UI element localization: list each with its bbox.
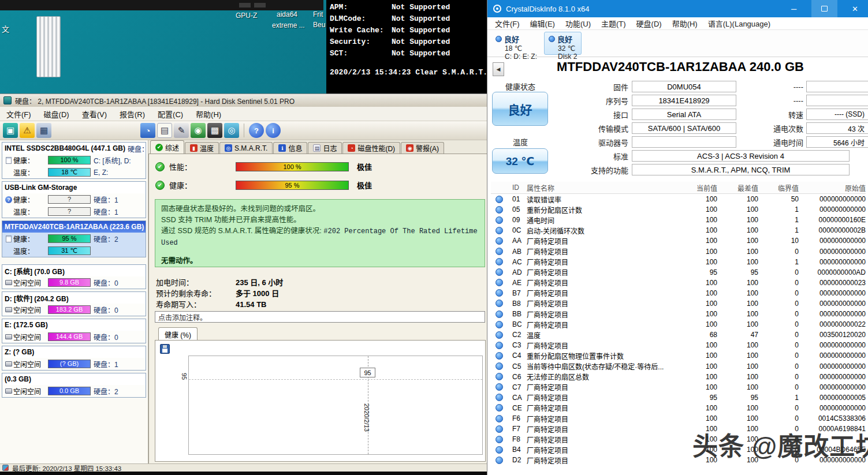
tab[interactable]: ▮ 温度 [185, 142, 219, 154]
report-icon[interactable]: ▤ [157, 123, 172, 138]
web-search-icon[interactable]: ◎ [224, 123, 239, 138]
tab[interactable]: ✔ 综述 [150, 140, 184, 154]
desktop-icon-frit[interactable]: Frit [313, 10, 323, 18]
health-bar: 95 % [236, 181, 349, 190]
menu-item[interactable]: 功能(U) [560, 18, 596, 29]
desktop-icon-beu[interactable]: Beu [313, 21, 325, 29]
lifetime-stats: 加电时间： 235 日, 6 小时 预计的剩余寿命： 多于 1000 日 寿命期… [156, 277, 283, 310]
attribute-status-dot-icon [496, 457, 503, 464]
disk-temp: 18 ℃ [505, 44, 537, 53]
smart-row: AD 厂商特定项目 95 95 0 0000000000AD [491, 267, 866, 278]
partition-item-z[interactable]: Z: (? GB) 空闲空间 (? GB) 硬盘：1 [2, 346, 146, 371]
console-line-value: Not Supported [392, 49, 450, 58]
menu-item[interactable]: 配置(C) [151, 107, 189, 121]
attribute-status-dot-icon [496, 216, 503, 224]
info-field: 通电时间 5646 小时 [742, 135, 868, 149]
desktop-icon-gpu-z[interactable]: GPU-Z [236, 12, 257, 20]
temperature-bar: ? [48, 207, 91, 216]
partition-item-unnamed[interactable]: (0.3 GB) 空闲空间 0.0 GB 硬盘：2 [2, 373, 146, 398]
attribute-name: 厂商特定项目 [527, 403, 680, 413]
health-row: ? 健康： ? 硬盘：1 [2, 193, 146, 205]
attribute-worst: 100 [717, 351, 758, 360]
disk-item-intel-ssd[interactable]: INTEL SSDSC2BB480G4L (447.1 GB)硬盘：0 健康： … [2, 142, 146, 179]
desktop-icon-aida64-line2[interactable]: extreme ... [272, 21, 305, 29]
attribute-id: B7 [507, 289, 527, 297]
tab[interactable]: ℹ 信息 [273, 142, 307, 154]
comment-input[interactable] [155, 311, 485, 323]
attribute-name: 厂商特定项目 [527, 288, 680, 298]
console-line-label: DLMCode: [326, 14, 392, 23]
disk-item-usb-link[interactable]: USB-Link GM-Storage ? 健康： ? 硬盘：1 温度： ? 硬… [2, 181, 146, 218]
attribute-name: 厂商特定项目 [527, 392, 680, 402]
disk-item-micron-ssd-selected[interactable]: MTFDDAV240TCB-1AR1ZABAA (223.6 GB) 健康： 9… [2, 220, 146, 257]
minimize-button[interactable]: ─ [781, 0, 807, 17]
menu-item[interactable]: 帮助(H) [667, 18, 703, 29]
menu-item[interactable]: 文件(F) [0, 107, 38, 121]
temperature-button[interactable]: 32 ℃ [492, 148, 548, 174]
tab[interactable]: ▤ 日志 [308, 142, 342, 154]
console-line: DLMCode: Not Supported [326, 13, 487, 24]
maximize-button[interactable] [811, 0, 837, 17]
attribute-worst: 100 [717, 248, 758, 256]
attribute-worst: 100 [717, 373, 758, 381]
tab[interactable]: ◔ 磁盘性能(D) [342, 142, 400, 154]
health-status-button[interactable]: 良好 [492, 92, 548, 126]
disk-status-dot-icon [496, 36, 502, 42]
previous-disk-button[interactable]: ◀ [493, 62, 504, 76]
menu-item[interactable]: 语言(L)(Language) [703, 18, 776, 29]
network-disk-icon[interactable]: ◉ [191, 123, 206, 138]
disk-tab-2-selected[interactable]: 良好 32 ℃ Disk 2 [544, 32, 582, 55]
attribute-status-dot-icon [496, 394, 503, 401]
field-label: 支持的功能 [551, 164, 632, 175]
attribute-name: 厂商特定项目 [527, 236, 680, 246]
free-space-bar: 9.8 GB [48, 278, 91, 287]
attribute-name: 厂商特定项目 [527, 257, 680, 267]
attribute-current: 100 [680, 404, 717, 412]
tab[interactable]: ◉ 警报(A) [401, 142, 444, 154]
help-icon[interactable]: ? [249, 123, 264, 138]
attribute-current: 100 [680, 310, 717, 318]
desktop-icon-aida64[interactable]: aida64 [277, 10, 297, 18]
attribute-worst: 100 [717, 341, 758, 349]
menu-item[interactable]: 文件(F) [490, 18, 525, 29]
health-status-label: 健康状态 [492, 81, 549, 92]
tab-label: 警报(A) [416, 143, 439, 153]
disk-status: 良好 [504, 33, 519, 44]
disk-write-icon[interactable]: ✎ [174, 123, 189, 138]
disk-name: USB-Link GM-Storage [5, 184, 77, 192]
attribute-threshold: 0 [758, 289, 799, 297]
partition-icon [4, 388, 13, 394]
close-button[interactable]: ✕ [842, 0, 868, 17]
sentinel-title-bar[interactable]: 硬盘： 2, MTFDDAV240TCB-1AR1ZABAA [18341E41… [0, 94, 487, 107]
menu-item[interactable]: 磁盘(D) [38, 107, 76, 121]
disk-tab-1[interactable]: 良好 18 ℃ C: D: E: Z: [491, 32, 542, 55]
screen-icon[interactable]: ▦ [36, 123, 51, 138]
attribute-raw-value: 000000000000 [799, 341, 866, 349]
overview-icon[interactable]: ▣ [3, 123, 18, 138]
menu-item[interactable]: 查看(V) [76, 107, 113, 121]
field-value: 5646 小时 [806, 136, 868, 148]
partition-item-d[interactable]: D: [软件] (204.2 GB) 空闲空间 183.2 GB 硬盘：0 [2, 291, 146, 316]
partition-item-e[interactable]: E: (172.5 GB) 空闲空间 144.4 GB 硬盘：0 [2, 319, 146, 343]
menu-item[interactable]: 报告(R) [113, 107, 151, 121]
cdi-title-bar[interactable]: CrystalDiskInfo 8.1.0 x64 ─ ✕ [487, 0, 868, 17]
chart-tab-health[interactable]: 健康 (%) [158, 327, 198, 341]
info-icon[interactable]: i [266, 123, 281, 138]
menu-item[interactable]: 硬盘(D) [631, 18, 667, 29]
surface-test-icon[interactable]: ▩ [207, 123, 222, 138]
attribute-raw-value: 000000000022 [799, 320, 866, 328]
save-chart-icon[interactable] [160, 344, 170, 354]
refresh-icon[interactable]: ◔ [140, 123, 155, 138]
menu-item[interactable]: 主题(T) [596, 18, 631, 29]
field-label: 接口 [551, 109, 632, 120]
attribute-status-dot-icon [496, 415, 503, 422]
menu-item[interactable]: 编辑(E) [525, 18, 560, 29]
disk-problem-icon[interactable]: ⚠ [20, 123, 35, 138]
tab[interactable]: ◎ S.M.A.R.T. [219, 142, 273, 154]
menu-item[interactable]: 帮助(H) [189, 107, 228, 121]
partition-item-c[interactable]: C: [系统] (70.0 GB) 空闲空间 9.8 GB 硬盘：0 [2, 264, 146, 289]
field-label: ---- [742, 96, 806, 105]
attribute-status-dot-icon [496, 300, 503, 307]
field-value [806, 95, 868, 106]
attribute-threshold: 0 [758, 383, 799, 391]
